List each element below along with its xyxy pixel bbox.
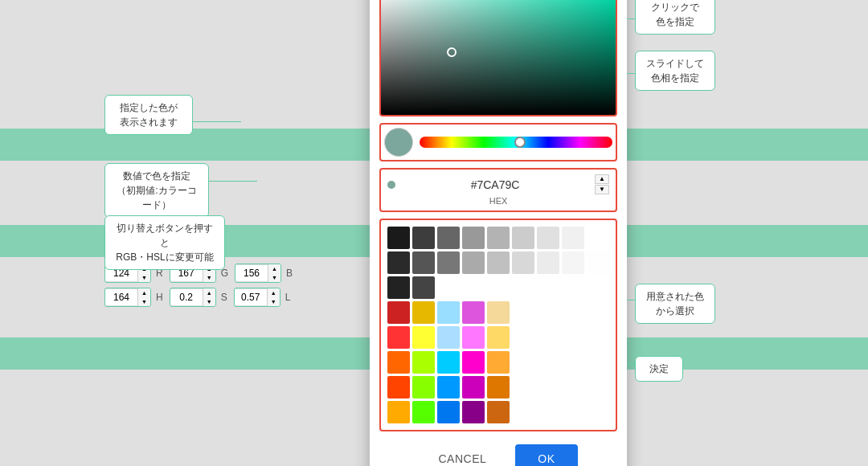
swatch[interactable] bbox=[412, 276, 435, 299]
rgb-b-input[interactable]: 156 bbox=[235, 265, 268, 281]
hex-input[interactable] bbox=[400, 178, 590, 191]
color-preview-swatch bbox=[384, 128, 413, 157]
swatch bbox=[562, 351, 584, 374]
hsl-s-input[interactable]: 0.2 bbox=[170, 289, 203, 305]
tooltip-swatches: 用意された色 から選択 bbox=[635, 284, 715, 324]
hsl-s-down[interactable]: ▼ bbox=[203, 297, 215, 306]
swatch[interactable] bbox=[512, 251, 534, 274]
swatch[interactable] bbox=[587, 251, 609, 274]
swatch bbox=[562, 276, 584, 299]
swatch[interactable] bbox=[562, 251, 584, 274]
swatch bbox=[512, 401, 534, 423]
swatch bbox=[512, 301, 534, 324]
swatch[interactable] bbox=[437, 301, 460, 324]
hsl-h-down[interactable]: ▼ bbox=[137, 297, 150, 306]
hsl-h-input-group[interactable]: 164 ▲ ▼ bbox=[104, 288, 151, 307]
swatch[interactable] bbox=[437, 227, 460, 249]
swatch[interactable] bbox=[437, 251, 460, 274]
swatch[interactable] bbox=[387, 326, 410, 349]
swatch bbox=[487, 276, 510, 299]
hsl-s-label: S bbox=[221, 292, 227, 303]
rgb-b-up[interactable]: ▲ bbox=[268, 264, 280, 273]
swatch[interactable] bbox=[387, 351, 410, 374]
hsl-l-label: L bbox=[285, 292, 291, 303]
swatch[interactable] bbox=[387, 376, 410, 399]
hue-slider[interactable] bbox=[420, 137, 612, 148]
swatch[interactable] bbox=[462, 401, 485, 423]
swatch bbox=[587, 401, 609, 423]
hsl-l-down[interactable]: ▼ bbox=[267, 297, 280, 306]
hue-row bbox=[379, 123, 617, 161]
swatch[interactable] bbox=[462, 376, 485, 399]
ok-button[interactable]: OK bbox=[515, 444, 577, 466]
swatch[interactable] bbox=[387, 401, 410, 423]
swatch[interactable] bbox=[437, 376, 460, 399]
hsl-l-input-group[interactable]: 0.57 ▲ ▼ bbox=[234, 288, 280, 307]
swatch bbox=[537, 276, 559, 299]
hue-slider-container[interactable] bbox=[420, 137, 612, 148]
swatch[interactable] bbox=[487, 376, 510, 399]
swatch bbox=[562, 376, 584, 399]
swatch[interactable] bbox=[412, 326, 435, 349]
swatch[interactable] bbox=[462, 227, 485, 249]
swatch[interactable] bbox=[387, 276, 410, 299]
swatch bbox=[537, 351, 559, 374]
swatch bbox=[537, 401, 559, 423]
hex-label: HEX bbox=[387, 196, 609, 206]
swatch[interactable] bbox=[412, 376, 435, 399]
rgb-inputs-section: 124 ▲ ▼ R 167 ▲ ▼ G bbox=[104, 264, 293, 312]
swatch[interactable] bbox=[487, 301, 510, 324]
hsl-s-up[interactable]: ▲ bbox=[203, 288, 215, 297]
swatch[interactable] bbox=[562, 227, 584, 249]
swatch[interactable] bbox=[487, 227, 510, 249]
hsl-h-input[interactable]: 164 bbox=[105, 289, 137, 305]
rgb-g-down[interactable]: ▼ bbox=[203, 273, 215, 282]
rgb-b-down[interactable]: ▼ bbox=[268, 273, 280, 282]
hsl-s-input-group[interactable]: 0.2 ▲ ▼ bbox=[170, 288, 216, 307]
swatch[interactable] bbox=[537, 227, 559, 249]
swatches-container bbox=[379, 219, 617, 431]
tooltip-hex-2: 切り替えボタンを押すと RGB・HSLに変更可能 bbox=[104, 215, 225, 270]
cancel-button[interactable]: CANCEL bbox=[419, 444, 506, 466]
swatch[interactable] bbox=[412, 301, 435, 324]
rgb-r-down[interactable]: ▼ bbox=[137, 273, 150, 282]
tooltip-click-color: クリックで 色を指定 bbox=[635, 0, 715, 35]
swatch[interactable] bbox=[412, 227, 435, 249]
swatch[interactable] bbox=[437, 326, 460, 349]
hue-thumb[interactable] bbox=[514, 137, 526, 148]
hsl-l-up[interactable]: ▲ bbox=[267, 288, 280, 297]
hex-down-button[interactable]: ▼ bbox=[595, 185, 609, 194]
swatch[interactable] bbox=[512, 227, 534, 249]
swatch[interactable] bbox=[462, 251, 485, 274]
gradient-picker-dot[interactable] bbox=[447, 47, 457, 57]
hsl-h-up[interactable]: ▲ bbox=[137, 288, 150, 297]
swatch[interactable] bbox=[462, 351, 485, 374]
rgb-b-input-group[interactable]: 156 ▲ ▼ bbox=[235, 264, 281, 283]
swatch[interactable] bbox=[487, 351, 510, 374]
swatch[interactable] bbox=[412, 251, 435, 274]
hsl-l-input[interactable]: 0.57 bbox=[235, 289, 267, 305]
hex-up-button[interactable]: ▲ bbox=[595, 174, 609, 184]
hex-spinner[interactable]: ▲ ▼ bbox=[595, 174, 609, 194]
color-gradient-area[interactable] bbox=[379, 0, 617, 117]
swatch[interactable] bbox=[437, 401, 460, 423]
swatch[interactable] bbox=[412, 401, 435, 423]
swatch[interactable] bbox=[462, 301, 485, 324]
hex-input-section: ▲ ▼ HEX bbox=[379, 168, 617, 212]
swatch[interactable] bbox=[387, 301, 410, 324]
swatch bbox=[537, 376, 559, 399]
swatch[interactable] bbox=[587, 227, 609, 249]
tooltip-ok: 決定 bbox=[635, 356, 683, 382]
swatch[interactable] bbox=[412, 351, 435, 374]
tooltip-hex-1: 数値で色を指定 （初期値:カラーコード） bbox=[104, 163, 209, 218]
swatch[interactable] bbox=[487, 401, 510, 423]
swatch[interactable] bbox=[387, 251, 410, 274]
swatch bbox=[562, 401, 584, 423]
swatch[interactable] bbox=[462, 326, 485, 349]
swatch[interactable] bbox=[387, 227, 410, 249]
swatch bbox=[587, 351, 609, 374]
swatch[interactable] bbox=[487, 251, 510, 274]
swatch[interactable] bbox=[537, 251, 559, 274]
swatch[interactable] bbox=[437, 351, 460, 374]
swatch[interactable] bbox=[487, 326, 510, 349]
